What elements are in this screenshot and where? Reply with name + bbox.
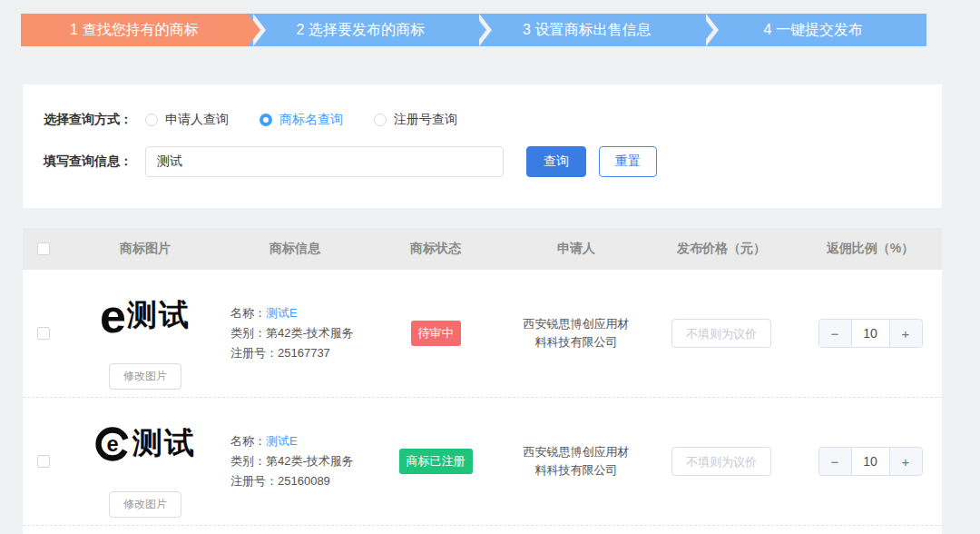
status-badge: 待审中: [411, 321, 461, 346]
query-info-label: 填写查询信息：: [44, 153, 145, 170]
name-label: 名称：: [230, 306, 266, 320]
edit-image-button[interactable]: 修改图片: [109, 491, 181, 518]
header-trademark-info: 商标信息: [227, 241, 363, 257]
select-all-checkbox[interactable]: [37, 242, 50, 255]
radio-circle-icon[interactable]: [145, 114, 158, 126]
stepper-decrease-button[interactable]: −: [819, 448, 852, 475]
trademark-logo-text: 测试: [132, 423, 196, 464]
stepper-increase-button[interactable]: +: [889, 448, 922, 475]
step-4-submit-publish[interactable]: 4 一键提交发布: [701, 14, 927, 46]
step-progress-bar: 1 查找您持有的商标 2 选择要发布的商标 3 设置商标出售信息 4 一键提交发…: [21, 14, 926, 46]
table-row: e 测试 修改图片 名称：测试E 类别：第42类-技术服务 注册号：251600…: [23, 398, 942, 526]
trademark-logo-text: 测试: [127, 295, 191, 336]
radio-registration-number-query[interactable]: 注册号查询: [374, 112, 457, 128]
applicant-name: 西安锐思博创应用材料科技有限公司: [508, 315, 644, 351]
row-checkbox[interactable]: [37, 327, 50, 340]
header-commission-rate: 返佣比例（%）: [799, 241, 942, 257]
commission-stepper: − 10 +: [818, 447, 923, 476]
trademark-category: 第42类-技术服务: [266, 454, 354, 468]
category-label: 类别：: [230, 326, 266, 340]
trademark-logo-letter: e: [100, 292, 127, 340]
header-applicant: 申请人: [508, 241, 644, 257]
step-2-select-trademarks[interactable]: 2 选择要发布的商标: [248, 14, 475, 46]
radio-label[interactable]: 申请人查询: [165, 112, 229, 128]
trademark-regno: 25167737: [278, 346, 330, 360]
radio-circle-icon[interactable]: [374, 114, 387, 126]
commission-stepper: − 10 +: [818, 319, 923, 348]
radio-applicant-query[interactable]: 申请人查询: [145, 112, 229, 128]
reset-button[interactable]: 重置: [599, 146, 657, 177]
stepper-decrease-button[interactable]: −: [819, 320, 852, 347]
search-panel: 选择查询方式： 申请人查询 商标名查询 注册号查询 填写查询信息： 查询 重置: [23, 84, 942, 208]
trademark-image: e 测试: [94, 406, 196, 482]
price-input[interactable]: [671, 319, 771, 348]
radio-label[interactable]: 注册号查询: [394, 112, 457, 128]
radio-label[interactable]: 商标名查询: [279, 112, 343, 128]
header-publish-price: 发布价格（元）: [644, 241, 799, 257]
header-trademark-image: 商标图片: [64, 241, 227, 257]
regno-label: 注册号：: [230, 346, 278, 360]
table-header-row: 商标图片 商标信息 商标状态 申请人 发布价格（元） 返佣比例（%）: [23, 228, 942, 270]
svg-text:e: e: [106, 432, 118, 456]
search-input[interactable]: [145, 146, 504, 177]
stepper-increase-button[interactable]: +: [889, 320, 922, 347]
edit-image-button[interactable]: 修改图片: [109, 363, 181, 390]
trademark-name-link[interactable]: 测试E: [266, 306, 298, 320]
circle-e-logo-icon: e: [94, 424, 131, 464]
row-checkbox[interactable]: [37, 455, 50, 468]
trademark-image: e测试: [94, 278, 196, 354]
name-label: 名称：: [230, 434, 266, 448]
query-method-label: 选择查询方式：: [44, 112, 145, 128]
step-3-set-sale-info[interactable]: 3 设置商标出售信息: [474, 14, 701, 46]
commission-value[interactable]: 10: [852, 320, 889, 347]
trademark-name-link[interactable]: 测试E: [266, 434, 298, 448]
table-row: e测试 修改图片 名称：测试E 类别：第42类-技术服务 注册号：2516773…: [23, 270, 942, 398]
category-label: 类别：: [230, 454, 266, 468]
status-badge: 商标已注册: [399, 449, 473, 474]
radio-trademark-name-query[interactable]: 商标名查询: [260, 112, 343, 128]
step-1-find-trademarks[interactable]: 1 查找您持有的商标: [21, 14, 248, 46]
price-input[interactable]: [671, 447, 771, 476]
radio-circle-icon-selected[interactable]: [260, 114, 272, 126]
trademark-category: 第42类-技术服务: [266, 326, 354, 340]
query-button[interactable]: 查询: [526, 146, 586, 177]
trademark-regno: 25160089: [278, 474, 330, 488]
regno-label: 注册号：: [230, 474, 278, 488]
header-trademark-status: 商标状态: [363, 241, 508, 257]
commission-value[interactable]: 10: [852, 448, 889, 475]
trademark-table: 商标图片 商标信息 商标状态 申请人 发布价格（元） 返佣比例（%） e测试 修…: [23, 228, 942, 534]
applicant-name: 西安锐思博创应用材料科技有限公司: [508, 443, 644, 480]
